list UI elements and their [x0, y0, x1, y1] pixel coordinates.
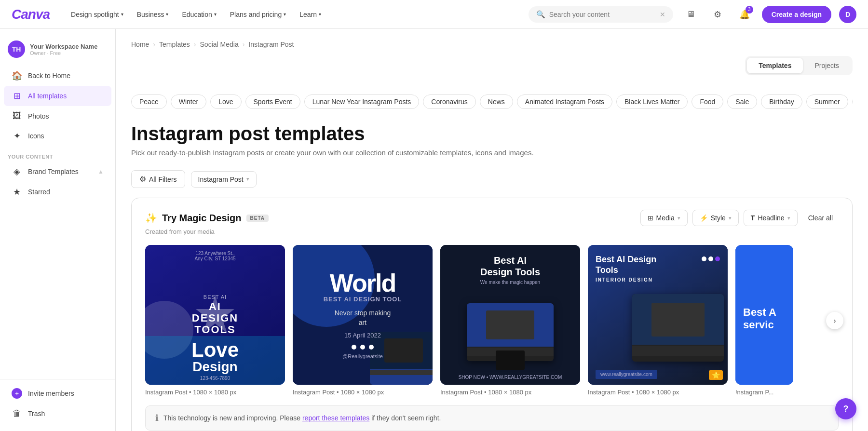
settings-icon-button[interactable]: ⚙: [708, 5, 727, 24]
chevron-icon: ▾: [166, 12, 168, 17]
template-thumb-2: World BEST AI DESIGN TOOL Never stop mak…: [293, 245, 433, 385]
sidebar-item-photos[interactable]: 🖼 Photos: [4, 106, 111, 126]
notifications-button[interactable]: 🔔 3: [735, 5, 754, 24]
all-filters-label: All Filters: [149, 175, 177, 183]
breadcrumb-social-media[interactable]: Social Media: [200, 40, 239, 48]
pill-love[interactable]: Love: [210, 94, 241, 109]
user-avatar[interactable]: D: [839, 6, 856, 23]
sidebar-username: Your Workspace Name: [30, 43, 97, 50]
template-thumb-1: 123 Anywhere St.,Any City, ST 12345 BEST…: [145, 245, 285, 385]
pill-animated[interactable]: Animated Instagram Posts: [517, 94, 612, 109]
template-label-2: Instagram Post • 1080 × 1080 px: [293, 389, 433, 396]
media-control-button[interactable]: ⊞ Media ▾: [640, 210, 688, 226]
sidebar-user-info: Your Workspace Name Owner · Free: [30, 43, 97, 56]
category-pills: Peace Winter Love Sports Event Lunar New…: [131, 94, 853, 111]
tab-templates[interactable]: Templates: [747, 58, 803, 73]
sidebar-item-icons[interactable]: ✦ Icons: [4, 126, 111, 146]
magic-panel-title: ✨ Try Magic Design BETA: [145, 212, 269, 224]
help-button[interactable]: ?: [835, 398, 856, 419]
template-card-1[interactable]: 123 Anywhere St.,Any City, ST 12345 BEST…: [145, 245, 285, 396]
beta-badge: BETA: [246, 215, 269, 222]
template-grid: 123 Anywhere St.,Any City, ST 12345 BEST…: [145, 245, 839, 396]
magic-subtitle: Created from your media: [145, 228, 839, 235]
headline-control-button[interactable]: T Headline ▾: [744, 210, 798, 226]
sidebar-avatar: TH: [8, 40, 25, 58]
sidebar-bottom: + Invite members 🗑 Trash: [0, 379, 115, 423]
invite-icon: +: [12, 388, 22, 399]
nav-item-design-spotlight[interactable]: Design spotlight ▾: [65, 7, 129, 22]
home-icon: 🏠: [12, 70, 22, 81]
template-thumb-4: Best AI DesignTools INTERIOR DESIGN: [588, 245, 728, 385]
template-card-2[interactable]: World BEST AI DESIGN TOOL Never stop mak…: [293, 245, 433, 396]
style-control-button[interactable]: ⚡ Style ▾: [692, 210, 739, 226]
nav-item-education[interactable]: Education ▾: [176, 7, 222, 22]
grid-icon: ⊞: [12, 91, 22, 101]
info-icon: ℹ: [155, 413, 159, 423]
magic-design-panel: ✨ Try Magic Design BETA ⊞ Media ▾ ⚡ Styl…: [131, 198, 853, 431]
magic-panel-header: ✨ Try Magic Design BETA ⊞ Media ▾ ⚡ Styl…: [145, 210, 839, 226]
breadcrumb-templates[interactable]: Templates: [159, 40, 190, 48]
clear-all-button[interactable]: Clear all: [802, 210, 839, 226]
page-title: Instagram post templates: [131, 122, 853, 145]
sidebar-item-all-templates[interactable]: ⊞ All templates: [4, 86, 111, 106]
sidebar-item-back-to-home[interactable]: 🏠 Back to Home: [4, 66, 111, 86]
nav-item-plans[interactable]: Plans and pricing ▾: [224, 7, 292, 22]
breadcrumb-home[interactable]: Home: [131, 40, 149, 48]
sidebar-item-trash[interactable]: 🗑 Trash: [4, 404, 111, 423]
invite-members-label: Invite members: [28, 390, 74, 397]
filter-row: ⚙ All Filters Instagram Post ▾: [131, 170, 853, 188]
pill-spring[interactable]: Spring: [852, 94, 853, 109]
pill-birthday[interactable]: Birthday: [761, 94, 802, 109]
tab-projects[interactable]: Projects: [803, 58, 851, 73]
notifications-badge: 3: [746, 6, 753, 13]
nav-item-business[interactable]: Business ▾: [131, 7, 175, 22]
pill-black-lives-matter[interactable]: Black Lives Matter: [616, 94, 688, 109]
breadcrumb-separator: ›: [153, 40, 155, 48]
pill-coronavirus[interactable]: Coronavirus: [423, 94, 475, 109]
pill-news[interactable]: News: [480, 94, 513, 109]
star-icon: ★: [12, 187, 22, 197]
breadcrumb-instagram-post: Instagram Post: [248, 40, 294, 48]
search-box[interactable]: 🔍 ✕: [529, 6, 673, 23]
template-thumb-3: Best AIDesign Tools We make the magic ha…: [440, 245, 580, 385]
sidebar-item-starred[interactable]: ★ Starred: [4, 182, 111, 202]
sidebar-item-brand-templates[interactable]: ◈ Brand Templates ▲: [4, 162, 111, 182]
search-input[interactable]: [549, 11, 656, 18]
sidebar-item-invite-members[interactable]: + Invite members: [4, 383, 111, 404]
template-label-5: Instagram P...: [735, 389, 793, 396]
pill-sports-event[interactable]: Sports Event: [245, 94, 300, 109]
sidebar: TH Your Workspace Name Owner · Free 🏠 Ba…: [0, 29, 116, 431]
filter-icon: ⚙: [139, 175, 146, 184]
all-filters-button[interactable]: ⚙ All Filters: [131, 170, 185, 188]
pill-peace[interactable]: Peace: [131, 94, 167, 109]
template-card-3[interactable]: Best AIDesign Tools We make the magic ha…: [440, 245, 580, 396]
search-clear-icon[interactable]: ✕: [660, 11, 665, 18]
post-type-dropdown[interactable]: Instagram Post ▾: [191, 171, 257, 188]
post-type-label: Instagram Post: [198, 175, 244, 183]
notice-bar: ℹ This technology is new and improving. …: [145, 405, 839, 431]
sidebar-item-label: Back to Home: [28, 72, 70, 80]
template-card-5[interactable]: Best Aservic Instagram P...: [735, 245, 793, 396]
top-nav-left: Canva Design spotlight ▾ Business ▾ Educ…: [12, 7, 327, 22]
style-chevron-icon: ▾: [729, 215, 732, 221]
nav-item-learn[interactable]: Learn ▾: [294, 7, 327, 22]
sidebar-item-label: Starred: [28, 188, 50, 196]
page-subtitle: Pick out ready-to-publish Instagram post…: [131, 148, 853, 157]
next-arrow-button[interactable]: ›: [826, 312, 843, 329]
pill-lunar-new-year[interactable]: Lunar New Year Instagram Posts: [304, 94, 420, 109]
template-thumb-5: Best Aservic: [735, 245, 793, 385]
breadcrumb: Home › Templates › Social Media › Instag…: [131, 40, 853, 48]
toggle-icon: ▲: [98, 168, 104, 175]
template-card-4[interactable]: Best AI DesignTools INTERIOR DESIGN: [588, 245, 728, 396]
report-link[interactable]: report these templates: [302, 414, 369, 422]
sidebar-user: TH Your Workspace Name Owner · Free: [0, 37, 115, 66]
monitor-icon-button[interactable]: 🖥: [681, 5, 700, 24]
pill-food[interactable]: Food: [692, 94, 723, 109]
logo[interactable]: Canva: [12, 7, 50, 22]
pill-summer[interactable]: Summer: [806, 94, 848, 109]
top-nav-right: 🔍 ✕ 🖥 ⚙ 🔔 3 Create a design D: [529, 5, 856, 24]
pill-winter[interactable]: Winter: [171, 94, 206, 109]
create-design-button[interactable]: Create a design: [762, 6, 831, 23]
pill-sale[interactable]: Sale: [727, 94, 757, 109]
trash-label: Trash: [28, 410, 45, 418]
